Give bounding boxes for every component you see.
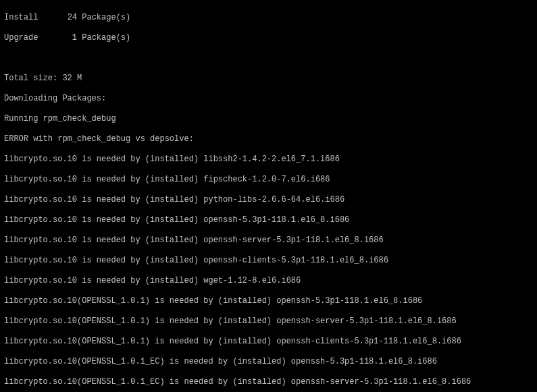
upgrade-line: Upgrade 1 Package(s) — [4, 33, 533, 43]
total-size: Total size: 32 M — [4, 74, 533, 84]
blank-line — [4, 53, 533, 63]
dep-line: libcrypto.so.10 is needed by (installed)… — [4, 155, 533, 165]
dep-line: libcrypto.so.10 is needed by (installed)… — [4, 235, 533, 246]
downloading-packages: Downloading Packages: — [4, 94, 533, 104]
terminal-output[interactable]: Install 24 Package(s) Upgrade 1 Package(… — [0, 0, 537, 392]
install-line: Install 24 Package(s) — [4, 13, 533, 23]
running-check: Running rpm_check_debug — [4, 114, 533, 124]
dep-line: libcrypto.so.10 is needed by (installed)… — [4, 175, 533, 185]
dep-line: libcrypto.so.10 is needed by (installed)… — [4, 195, 533, 205]
dep-line: libcrypto.so.10 is needed by (installed)… — [4, 256, 533, 266]
dep-line: libcrypto.so.10(OPENSSL_1.0.1_EC) is nee… — [4, 357, 533, 367]
error-header: ERROR with rpm_check_debug vs depsolve: — [4, 134, 533, 144]
dep-line: libcrypto.so.10 is needed by (installed)… — [4, 276, 533, 286]
dep-line: libcrypto.so.10 is needed by (installed)… — [4, 215, 533, 225]
dep-line: libcrypto.so.10(OPENSSL_1.0.1) is needed… — [4, 337, 533, 347]
dep-line: libcrypto.so.10(OPENSSL_1.0.1_EC) is nee… — [4, 377, 533, 387]
dep-line: libcrypto.so.10(OPENSSL_1.0.1) is needed… — [4, 296, 533, 306]
dep-line: libcrypto.so.10(OPENSSL_1.0.1) is needed… — [4, 316, 533, 327]
